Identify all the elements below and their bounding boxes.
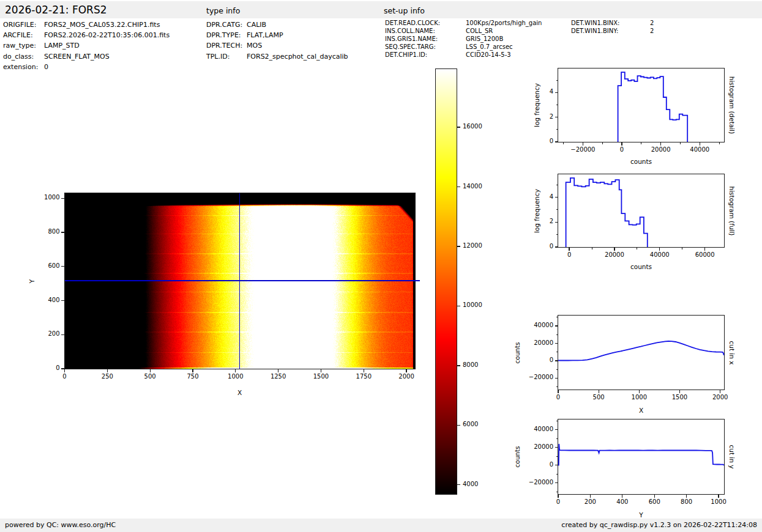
histogram-full-x-tick <box>659 248 660 251</box>
histogram-detail-x-minor-tick <box>563 142 564 144</box>
cut-in-x-x-tick <box>558 390 558 393</box>
info-label: do_class: <box>3 53 34 61</box>
colorbar-tick-label: 8000 <box>463 361 478 368</box>
histogram-detail-frame <box>558 68 725 142</box>
colorbar-tick-label: 10000 <box>463 301 482 308</box>
raw-image-x-tick <box>235 369 236 372</box>
info-label: INS.GRIS1.NAME: <box>385 35 438 42</box>
info-row: do_class:SCREEN_FLAT_MOS <box>3 53 187 63</box>
cut-in-y-x-tick <box>686 495 687 498</box>
colorbar-tick <box>457 187 460 187</box>
footer-right-text: created by qc_rawdisp.py v1.2.3 on 2026-… <box>561 521 757 529</box>
histogram-detail-x-minor-tick <box>602 142 603 144</box>
histogram-full-x-minor-tick <box>682 248 682 249</box>
info-label: DET.WIN1.BINY: <box>571 28 618 34</box>
info-label: DET.WIN1.BINX: <box>571 20 620 26</box>
raw-image-y-tick-label: 200 <box>26 330 60 337</box>
raw-image-x-tick-label: 250 <box>102 373 113 380</box>
colorbar-tick-label: 16000 <box>463 123 482 130</box>
cut-in-x-x-axis-label: X <box>639 407 643 414</box>
qc-report-page: 2026-02-21: FORS2 type info set-up info … <box>0 0 762 532</box>
colorbar-tick <box>457 306 460 306</box>
info-label: raw_type: <box>3 42 36 50</box>
histogram-full-x-axis-label: counts <box>630 263 652 270</box>
colorbar-frame <box>435 68 457 495</box>
cut-in-y-x-tick-label: 400 <box>616 498 628 505</box>
raw-image-x-tick <box>192 369 193 372</box>
raw-image-x-tick-label: 1250 <box>271 373 286 380</box>
info-value: FLAT,LAMP <box>247 31 283 39</box>
cut-in-y-x-tick <box>654 495 655 498</box>
cut-in-x-x-tick <box>679 390 680 393</box>
cut-in-x-x-tick-label: 500 <box>593 394 605 401</box>
info-value: CALIB <box>247 21 266 29</box>
colorbar-tick <box>457 425 460 426</box>
info-value: 2 <box>650 20 654 26</box>
histogram-full-x-tick-label: 60000 <box>695 251 715 258</box>
raw-image-x-axis-label: X <box>237 389 242 396</box>
histogram-detail-y-tick-label: 0 <box>520 138 553 144</box>
cut-in-x-y-tick-label: −20000 <box>520 374 553 380</box>
info-label: DPR.TECH: <box>206 42 242 50</box>
info-label: DPR.TYPE: <box>206 31 241 39</box>
cut-in-x-x-tick-label: 1500 <box>672 394 687 401</box>
cut-in-y-x-tick-label: 0 <box>556 498 560 505</box>
cut-in-x-y-tick-label: 40000 <box>520 322 553 328</box>
histogram-detail-x-tick-label: −20000 <box>570 146 595 153</box>
info-value: GRIS_1200B <box>466 35 503 42</box>
cut-in-y-x-axis-label: Y <box>639 511 643 519</box>
cut-in-y-right-label: cut in y <box>728 445 736 468</box>
histogram-full-x-tick-label: 40000 <box>650 251 670 258</box>
histogram-full-x-tick <box>704 248 705 251</box>
cut-in-y-x-tick <box>622 495 622 498</box>
info-row: extension:0 <box>3 63 187 73</box>
histogram-detail-right-label: histogram (detail) <box>728 76 736 134</box>
info-row: DET.CHIP1.ID:CCID20-14-5-3 <box>385 51 569 59</box>
raw-image-y-axis-label: Y <box>28 279 35 283</box>
raw-image-x-tick-label: 1000 <box>228 373 243 380</box>
info-row: ORIGFILE:FORS2_MOS_CAL053.22.CHIP1.fits <box>3 21 187 31</box>
cut-in-y-y-tick-label: −20000 <box>520 479 553 486</box>
histogram-detail-x-minor-tick <box>641 142 641 144</box>
colorbar-tick-label: 6000 <box>463 421 478 427</box>
info-label: DPR.CATG: <box>206 21 242 29</box>
histogram-full-x-minor-tick <box>592 248 592 249</box>
colorbar-tick <box>457 127 460 127</box>
info-row: TPL.ID:FORS2_specphot_cal_daycalib <box>206 53 390 63</box>
cut-in-x-right-label: cut in x <box>728 341 736 364</box>
histogram-detail-x-minor-tick <box>680 142 681 144</box>
histogram-full-x-minor-tick <box>637 248 637 249</box>
cut-in-x-x-tick <box>720 390 720 393</box>
info-row: INS.GRIS1.NAME:GRIS_1200B <box>385 35 569 43</box>
raw-image-y-tick-label: 0 <box>26 364 60 371</box>
raw-image-x-tick-label: 2000 <box>398 373 414 380</box>
cut-in-y-x-tick <box>558 495 558 498</box>
info-row: DET.WIN1.BINX:2 <box>571 20 755 28</box>
histogram-full-x-tick <box>614 248 614 251</box>
colorbar-tick <box>457 484 460 485</box>
histogram-full-y-tick-label: 0 <box>520 243 553 249</box>
info-label: TPL.ID: <box>206 53 230 61</box>
raw-image-x-tick-label: 750 <box>187 373 198 380</box>
info-row: DPR.TECH:MOS <box>206 42 390 52</box>
cut-in-y-y-tick-label: 20000 <box>520 443 553 450</box>
info-label: extension: <box>3 63 38 71</box>
cut-in-x-x-tick <box>639 390 640 393</box>
crosshair-horizontal-line <box>65 280 420 281</box>
info-value: FORS2_MOS_CAL053.22.CHIP1.fits <box>44 21 160 29</box>
histogram-detail-x-minor-tick <box>719 142 720 144</box>
info-value: COLL_SR <box>466 28 493 34</box>
header-bar <box>0 1 762 18</box>
info-value: 2 <box>650 28 654 34</box>
raw-image-y-tick-label: 400 <box>26 297 60 303</box>
colorbar-tick <box>457 365 460 366</box>
info-label: INS.COLL.NAME: <box>385 28 435 34</box>
cut-in-y-y-tick-label: 0 <box>520 461 553 468</box>
info-value: CCID20-14-5-3 <box>466 51 511 58</box>
histogram-detail-y-axis-label: log frequency <box>533 83 540 127</box>
info-label: ARCFILE: <box>3 31 33 39</box>
info-row: ARCFILE:FORS2.2026-02-22T10:35:06.001.fi… <box>3 31 187 42</box>
histogram-detail-x-tick-label: 20000 <box>651 146 671 153</box>
cut-in-x-x-tick-label: 2000 <box>712 394 728 401</box>
histogram-detail-x-axis-label: counts <box>630 158 652 165</box>
